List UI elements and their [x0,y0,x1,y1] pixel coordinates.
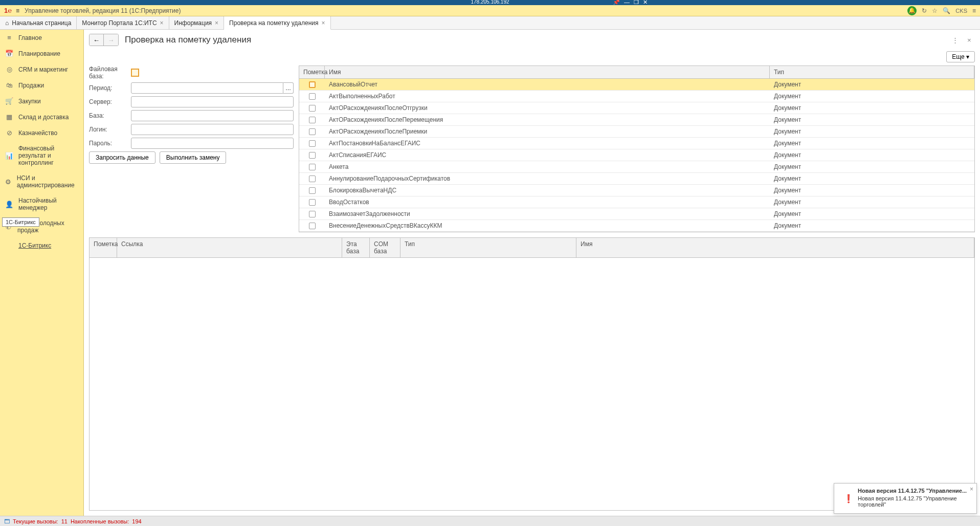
bottom-header-mark[interactable]: Пометка [90,238,117,257]
sidebar-item-purchases[interactable]: 🛒Закупки [0,93,83,109]
checkbox-icon[interactable] [309,176,316,182]
remote-close-icon[interactable]: ✕ [643,0,648,6]
table-row[interactable]: АктПостановкиНаБалансЕГАИСДокумент [299,138,974,149]
favorite-icon[interactable]: ☆ [932,7,938,14]
sidebar-item-planning[interactable]: 📅Планирование [0,46,83,61]
period-picker-button[interactable]: … [283,82,294,94]
username[interactable]: CKS [955,8,967,14]
form-column: Файловая база: Период: … Сервер: База: [89,65,294,232]
table-row[interactable]: АктВыполненныхРаботДокумент [299,91,974,102]
bottom-header-thisbase[interactable]: Эта база [342,238,370,257]
checkbox-icon[interactable] [309,140,316,147]
row-checkbox-cell[interactable] [299,186,325,195]
table-row[interactable]: АнкетаДокумент [299,161,974,173]
bottom-grid[interactable]: Пометка Ссылка Эта база COM база Тип Имя [89,237,975,511]
checkbox-icon[interactable] [309,81,316,88]
remote-connection-bar: 178.205.106.192 📌 — ❐ ✕ [0,0,980,5]
tab-close-icon[interactable]: × [322,19,325,27]
file-db-checkbox[interactable] [131,69,139,77]
row-checkbox-cell[interactable] [299,162,325,172]
nav-back-button[interactable]: ← [90,34,104,46]
checkbox-icon[interactable] [309,152,316,159]
checkbox-icon[interactable] [309,128,316,135]
grid-header-mark[interactable]: Пометка [299,66,325,78]
bottom-header-type[interactable]: Тип [400,238,576,257]
row-checkbox-cell[interactable] [299,198,325,207]
remote-restore-icon[interactable]: ❐ [634,0,639,6]
table-row[interactable]: АвансовыйОтчетДокумент [299,79,974,91]
login-input[interactable] [131,124,294,135]
more-button[interactable]: Еще ▾ [946,51,975,62]
table-row[interactable]: БлокировкаВычетаНДСДокумент [299,185,974,196]
checkbox-icon[interactable] [309,199,316,206]
tab-close-icon[interactable]: × [215,19,218,27]
row-checkbox-cell[interactable] [299,103,325,113]
row-checkbox-cell[interactable] [299,209,325,219]
bottom-header-combase[interactable]: COM база [370,238,400,257]
row-name: АктВыполненныхРабот [325,91,770,101]
checkbox-icon[interactable] [309,164,316,170]
update-notification[interactable]: × ❗ Новая версия 11.4.12.75 "Управление.… [834,483,977,514]
table-row[interactable]: АктСписанияЕГАИСДокумент [299,149,974,161]
checkbox-icon[interactable] [309,187,316,194]
table-row[interactable]: АктОРасхожденияхПослеОтгрузкиДокумент [299,102,974,114]
row-name: АвансовыйОтчет [325,79,770,90]
row-checkbox-cell[interactable] [299,127,325,137]
remote-minimize-icon[interactable]: — [624,0,630,6]
sidebar-item-warehouse[interactable]: ▦Склад и доставка [0,109,83,125]
execute-replace-button[interactable]: Выполнить замену [160,151,227,164]
table-row[interactable]: АктОРасхожденияхПослеПриемкиДокумент [299,126,974,138]
request-data-button[interactable]: Запросить данные [89,151,155,164]
tab-monitor-its[interactable]: Монитор Портала 1С:ИТС × [77,16,169,29]
row-checkbox-cell[interactable] [299,80,325,90]
search-icon[interactable]: 🔍 [943,7,950,14]
row-checkbox-cell[interactable] [299,150,325,160]
base-input[interactable] [131,110,294,121]
tab-home[interactable]: ⌂ Начальная страница [0,16,77,29]
row-checkbox-cell[interactable] [299,139,325,148]
checkbox-icon[interactable] [309,223,316,229]
checkbox-icon[interactable] [309,211,316,217]
remote-pin-icon[interactable]: 📌 [613,0,620,6]
main-menu-icon[interactable]: ≡ [16,7,19,14]
table-row[interactable]: ВводОстатковДокумент [299,196,974,208]
period-input[interactable] [131,82,283,94]
sidebar-item-finance[interactable]: 📊Финансовый результат и контроллинг [0,141,83,170]
sidebar-item-manager[interactable]: 👤Настойчивый менеджер [0,193,83,215]
more-menu-icon[interactable]: ⋮ [949,34,961,46]
tab-check-deletion-mark[interactable]: Проверка на пометку удаления × [224,16,330,30]
row-checkbox-cell[interactable] [299,115,325,125]
row-checkbox-cell[interactable] [299,92,325,101]
checkbox-icon[interactable] [309,105,316,112]
close-page-icon[interactable]: × [964,34,975,46]
sidebar-item-main[interactable]: ≡Главное [0,30,83,46]
table-row[interactable]: АннулированиеПодарочныхСертификатовДокум… [299,173,974,185]
main-grid[interactable]: Пометка Имя Тип АвансовыйОтчетДокументАк… [299,65,975,232]
grid-header-type[interactable]: Тип [770,66,974,78]
password-input[interactable] [131,138,294,149]
checkbox-icon[interactable] [309,93,316,100]
checkbox-icon[interactable] [309,117,316,123]
app-logo-icon: 1℮ [4,7,12,14]
sidebar-item-treasury[interactable]: ⊘Казначейство [0,125,83,141]
table-row[interactable]: ВнесениеДенежныхСредствВКассуККМДокумент [299,220,974,232]
bottom-header-ref[interactable]: Ссылка [117,238,342,257]
row-checkbox-cell[interactable] [299,174,325,184]
row-checkbox-cell[interactable] [299,221,325,231]
notifications-icon[interactable]: 🔔 [907,6,917,15]
table-row[interactable]: АктОРасхожденияхПослеПеремещенияДокумент [299,114,974,126]
sidebar-item-bitrix[interactable]: 1С-Битрикс [0,238,83,253]
sidebar-item-nsi-admin[interactable]: ⚙НСИ и администрирование [0,170,83,193]
table-row[interactable]: ВзаимозачетЗадолженностиДокумент [299,208,974,220]
sidebar-item-sales[interactable]: 🛍Продажи [0,77,83,93]
sidebar-item-crm[interactable]: ◎CRM и маркетинг [0,61,83,77]
settings-menu-icon[interactable]: ≡ [972,7,976,14]
history-icon[interactable]: ↻ [922,7,927,14]
notification-close-icon[interactable]: × [970,486,973,493]
grid-header-name[interactable]: Имя [325,66,770,78]
tab-information[interactable]: Информация × [169,16,225,29]
bottom-header-name[interactable]: Имя [576,238,974,257]
tab-close-icon[interactable]: × [160,19,164,27]
server-input[interactable] [131,96,294,107]
nav-forward-button[interactable]: → [104,34,118,46]
